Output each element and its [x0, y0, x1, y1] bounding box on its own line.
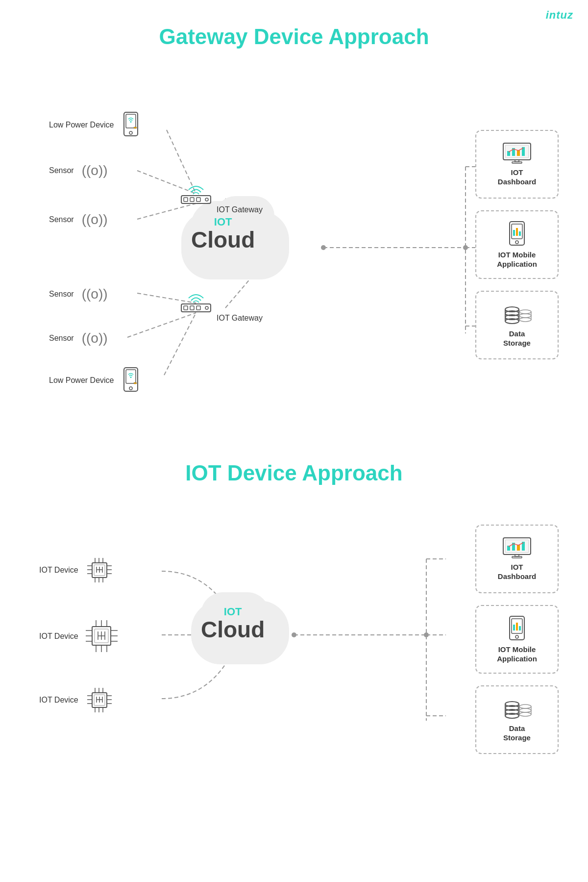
gateway-label-2: IOT Gateway	[217, 314, 263, 323]
dashboard-box: IOTDashboard	[475, 130, 559, 199]
gateway-title: Gateway Device Approach	[0, 0, 588, 49]
iot-cloud-label: IOT Cloud	[201, 605, 265, 643]
low-power-device-bottom: Low Power Device	[49, 366, 144, 395]
iot-mobile-app-box: IOT MobileApplication	[475, 605, 559, 674]
iot-device-icon-2	[83, 618, 120, 655]
iot-dashboard-box: IOTDashboard	[475, 525, 559, 593]
mobile-icon	[508, 221, 526, 246]
svg-rect-46	[513, 230, 515, 236]
low-power-device-icon-bottom	[119, 366, 144, 395]
sensor-2: Sensor ((o))	[49, 212, 108, 227]
gateway-cloud-label: IOT Cloud	[191, 216, 255, 253]
svg-point-138	[515, 635, 518, 638]
iot-dashboard-icon	[502, 537, 532, 558]
sensor-wave-1: ((o))	[82, 163, 108, 178]
svg-rect-42	[512, 162, 522, 163]
svg-rect-135	[512, 556, 522, 558]
iot-diagram: IOT Cloud IOT Device	[0, 495, 588, 789]
gateway-label-1: IOT Gateway	[217, 205, 263, 214]
storage-label: DataStorage	[503, 329, 531, 348]
svg-rect-28	[196, 198, 200, 202]
svg-rect-26	[184, 198, 188, 202]
gateway-section: Gateway Device Approach	[0, 0, 588, 407]
svg-rect-25	[181, 196, 211, 203]
svg-rect-19	[134, 127, 137, 128]
sensor-4: Sensor ((o))	[49, 330, 108, 346]
svg-point-22	[129, 387, 132, 390]
svg-rect-141	[519, 626, 521, 630]
iot-right-panel: IOTDashboard IOT MobileApplication	[475, 525, 559, 754]
iot-storage-box: DataStorage	[475, 685, 559, 754]
low-power-device-top: Low Power Device	[49, 110, 144, 140]
iot-storage-icon	[500, 697, 534, 720]
dashboard-icon	[502, 142, 532, 164]
iot-title: IOT Device Approach	[0, 436, 588, 485]
storage-icon	[500, 302, 534, 325]
gateway-1: IOT Gateway	[176, 179, 222, 217]
svg-rect-39	[517, 150, 520, 156]
svg-point-62	[519, 314, 531, 318]
sensor-3: Sensor ((o))	[49, 286, 108, 302]
iot-device-1: IOT Device	[39, 554, 115, 586]
svg-rect-139	[513, 625, 515, 630]
iot-device-icon-3	[83, 684, 115, 716]
iot-device-2: IOT Device	[39, 618, 120, 655]
svg-point-45	[515, 241, 518, 244]
svg-point-9	[321, 245, 326, 250]
svg-point-18	[130, 121, 131, 123]
svg-rect-24	[134, 382, 137, 384]
iot-mobile-label: IOT MobileApplication	[497, 645, 537, 664]
gateway-right-panel: IOTDashboard IOT MobileApplication	[475, 130, 559, 359]
iot-device-3: IOT Device	[39, 684, 115, 716]
mobile-app-box: IOT MobileApplication	[475, 210, 559, 279]
svg-point-152	[519, 712, 531, 716]
svg-point-68	[292, 632, 296, 637]
dashboard-label: IOTDashboard	[498, 168, 536, 187]
svg-point-65	[519, 310, 531, 314]
svg-point-17	[129, 131, 132, 134]
svg-rect-47	[516, 228, 518, 236]
svg-point-23	[130, 377, 131, 378]
svg-point-59	[519, 318, 531, 322]
svg-point-155	[519, 708, 531, 712]
svg-rect-30	[181, 304, 211, 312]
iot-mobile-icon	[508, 615, 526, 641]
svg-rect-31	[184, 306, 188, 310]
low-power-device-icon-top	[119, 110, 144, 140]
iot-section: IOT Device Approach	[0, 436, 588, 789]
sensor-wave-3: ((o))	[82, 286, 108, 302]
gateway-diagram: IOT Cloud Low Power Device Sensor ((	[0, 54, 588, 407]
sensor-1: Sensor ((o))	[49, 163, 108, 178]
svg-point-10	[463, 245, 468, 250]
sensor-wave-4: ((o))	[82, 330, 108, 346]
gateway-2: IOT Gateway	[176, 287, 222, 325]
svg-rect-27	[190, 198, 194, 202]
gateway-icon-1	[176, 179, 216, 206]
storage-box: DataStorage	[475, 291, 559, 359]
svg-point-29	[205, 198, 208, 201]
svg-point-34	[205, 306, 208, 309]
iot-dashboard-label: IOTDashboard	[498, 562, 536, 581]
svg-rect-132	[517, 545, 520, 551]
gateway-icon-2	[176, 287, 216, 314]
svg-point-69	[424, 632, 429, 637]
iot-storage-label: DataStorage	[503, 724, 531, 743]
svg-rect-48	[519, 231, 521, 236]
sensor-wave-2: ((o))	[82, 212, 108, 227]
mobile-label: IOT MobileApplication	[497, 250, 537, 269]
iot-device-icon-1	[83, 554, 115, 586]
svg-rect-33	[196, 306, 200, 310]
logo: intuz	[546, 9, 573, 22]
svg-point-158	[519, 705, 531, 708]
svg-rect-32	[190, 306, 194, 310]
svg-rect-140	[516, 623, 518, 630]
